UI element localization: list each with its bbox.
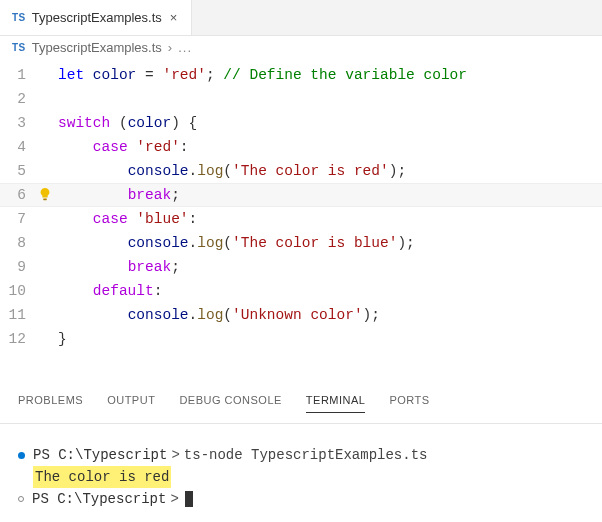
typescript-file-icon: TS xyxy=(12,12,26,23)
line-number: 9 xyxy=(0,255,40,279)
terminal-panel[interactable]: PS C:\Typescript> ts-node TypescriptExam… xyxy=(0,426,602,510)
active-terminal-dot-icon xyxy=(18,452,25,459)
editor-tab[interactable]: TS TypescriptExamples.ts × xyxy=(0,0,192,35)
code-line: 8 console.log('The color is blue'); xyxy=(0,231,602,255)
line-number: 3 xyxy=(0,111,40,135)
line-number: 4 xyxy=(0,135,40,159)
line-number: 1 xyxy=(0,63,40,87)
code-line: 7 case 'blue': xyxy=(0,207,602,231)
tab-problems[interactable]: PROBLEMS xyxy=(18,394,83,413)
terminal-line: The color is red xyxy=(18,466,584,488)
idle-terminal-dot-icon xyxy=(18,496,24,502)
tab-ports[interactable]: PORTS xyxy=(389,394,429,413)
code-line: 2 xyxy=(0,87,602,111)
tab-terminal[interactable]: TERMINAL xyxy=(306,394,366,413)
tab-bar: TS TypescriptExamples.ts × xyxy=(0,0,602,36)
code-line: 12 } xyxy=(0,327,602,351)
line-number: 12 xyxy=(0,327,40,351)
breadcrumb[interactable]: TS TypescriptExamples.ts › ... xyxy=(0,36,602,59)
code-line: 11 console.log('Unknown color'); xyxy=(0,303,602,327)
terminal-output-highlighted: The color is red xyxy=(33,466,171,488)
panel-tab-bar: PROBLEMS OUTPUT DEBUG CONSOLE TERMINAL P… xyxy=(0,394,602,424)
close-icon[interactable]: × xyxy=(168,11,180,24)
code-line: 9 break; xyxy=(0,255,602,279)
code-editor[interactable]: 1 let color = 'red'; // Define the varia… xyxy=(0,59,602,351)
terminal-line: PS C:\Typescript> xyxy=(18,488,584,510)
line-number: 10 xyxy=(0,279,40,303)
breadcrumb-filename: TypescriptExamples.ts xyxy=(32,40,162,55)
chevron-right-icon: › xyxy=(168,40,172,55)
code-line: 3 switch (color) { xyxy=(0,111,602,135)
code-line: 5 console.log('The color is red'); xyxy=(0,159,602,183)
terminal-line: PS C:\Typescript> ts-node TypescriptExam… xyxy=(18,444,584,466)
code-line: 4 case 'red': xyxy=(0,135,602,159)
line-number: 11 xyxy=(0,303,40,327)
terminal-command: ts-node TypescriptExamples.ts xyxy=(184,444,428,466)
line-number: 7 xyxy=(0,207,40,231)
line-number: 2 xyxy=(0,87,40,111)
line-number: 6 xyxy=(0,183,40,207)
terminal-prompt: PS C:\Typescript xyxy=(33,444,167,466)
tab-filename: TypescriptExamples.ts xyxy=(32,10,162,25)
line-number: 5 xyxy=(0,159,40,183)
lightbulb-icon[interactable] xyxy=(38,187,52,201)
code-line: 10 default: xyxy=(0,279,602,303)
terminal-cursor xyxy=(185,491,193,507)
breadcrumb-more[interactable]: ... xyxy=(178,40,192,55)
code-line: 6 break; xyxy=(0,183,602,207)
svg-rect-0 xyxy=(43,198,47,200)
code-line: 1 let color = 'red'; // Define the varia… xyxy=(0,63,602,87)
tab-debug-console[interactable]: DEBUG CONSOLE xyxy=(179,394,281,413)
line-number: 8 xyxy=(0,231,40,255)
terminal-prompt: PS C:\Typescript xyxy=(32,488,166,510)
tab-output[interactable]: OUTPUT xyxy=(107,394,155,413)
typescript-file-icon: TS xyxy=(12,42,26,53)
